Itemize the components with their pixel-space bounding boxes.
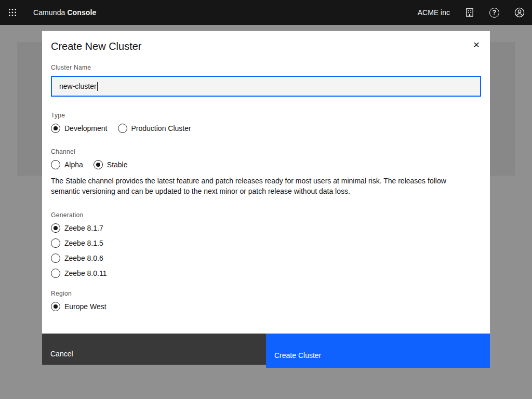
header-actions: ACME inc ? <box>418 7 532 18</box>
radio-label: Zeebe 8.1.5 <box>64 238 103 248</box>
cluster-name-input[interactable]: new-cluster <box>51 76 481 97</box>
brand: Camunda Console <box>33 8 96 17</box>
radio-option-zeebe-8-0-6[interactable]: Zeebe 8.0.6 <box>51 254 481 263</box>
radio-icon <box>51 238 60 248</box>
generation-label: Generation <box>51 211 481 219</box>
radio-icon <box>51 302 60 311</box>
help-icon: ? <box>489 8 499 18</box>
app-grid-icon <box>8 8 17 17</box>
radio-label: Alpha <box>64 160 83 169</box>
radio-icon <box>94 160 103 169</box>
user-button[interactable] <box>514 7 525 18</box>
radio-label: Production Cluster <box>131 124 191 133</box>
region-group: Region Europe West <box>51 289 481 311</box>
radio-icon <box>51 269 60 278</box>
radio-option-zeebe-8-1-5[interactable]: Zeebe 8.1.5 <box>51 238 481 248</box>
radio-option-production-cluster[interactable]: Production Cluster <box>118 124 191 133</box>
building-icon <box>465 8 474 17</box>
text-caret <box>97 82 98 91</box>
type-label: Type <box>51 111 481 119</box>
radio-label: Zeebe 8.0.6 <box>64 254 103 263</box>
radio-label: Zeebe 8.1.7 <box>64 223 103 233</box>
cluster-name-value: new-cluster <box>59 82 97 90</box>
user-icon <box>514 7 525 18</box>
region-options: Europe West <box>51 302 481 311</box>
cluster-name-label: Cluster Name <box>51 63 481 72</box>
organization-button[interactable] <box>465 8 474 17</box>
radio-option-stable[interactable]: Stable <box>94 160 128 169</box>
modal-title: Create New Cluster <box>51 39 481 53</box>
channel-group: Channel Alpha Stable The Stable channel … <box>51 148 481 196</box>
type-options: Development Production Cluster <box>51 124 481 133</box>
create-cluster-button[interactable]: Create Cluster <box>266 334 490 368</box>
channel-label: Channel <box>51 148 481 156</box>
radio-icon <box>51 124 60 133</box>
app-switcher-button[interactable] <box>0 0 25 25</box>
radio-option-zeebe-8-1-7[interactable]: Zeebe 8.1.7 <box>51 223 481 233</box>
region-label: Region <box>51 289 481 298</box>
radio-option-development[interactable]: Development <box>51 124 108 133</box>
channel-options: Alpha Stable <box>51 160 481 169</box>
top-header: Camunda Console ACME inc ? <box>0 0 532 25</box>
modal-footer: Cancel Create Cluster <box>42 334 490 368</box>
radio-label: Zeebe 8.0.11 <box>64 269 107 278</box>
radio-label: Europe West <box>64 302 107 311</box>
radio-icon <box>51 160 60 169</box>
radio-icon <box>118 124 127 133</box>
cancel-button[interactable]: Cancel <box>42 334 266 365</box>
close-icon: ✕ <box>473 40 480 50</box>
generation-options: Zeebe 8.1.7 Zeebe 8.1.5 Zeebe 8.0.6 Zeeb… <box>51 223 481 278</box>
radio-icon <box>51 254 60 263</box>
brand-name: Camunda <box>33 8 65 17</box>
channel-description: The Stable channel provides the latest f… <box>51 176 462 196</box>
modal-content: Create New Cluster ✕ Cluster Name new-cl… <box>42 31 490 334</box>
radio-icon <box>51 223 60 233</box>
radio-label: Stable <box>107 160 128 169</box>
help-button[interactable]: ? <box>489 8 499 18</box>
org-name[interactable]: ACME inc <box>418 8 450 17</box>
generation-group: Generation Zeebe 8.1.7 Zeebe 8.1.5 Zeebe… <box>51 211 481 278</box>
type-group: Type Development Production Cluster <box>51 111 481 133</box>
radio-option-europe-west[interactable]: Europe West <box>51 302 481 311</box>
radio-option-zeebe-8-0-11[interactable]: Zeebe 8.0.11 <box>51 269 481 278</box>
close-button[interactable]: ✕ <box>468 36 485 53</box>
radio-label: Development <box>64 124 108 133</box>
create-cluster-modal: Create New Cluster ✕ Cluster Name new-cl… <box>42 31 490 368</box>
brand-product: Console <box>67 8 96 17</box>
radio-option-alpha[interactable]: Alpha <box>51 160 83 169</box>
